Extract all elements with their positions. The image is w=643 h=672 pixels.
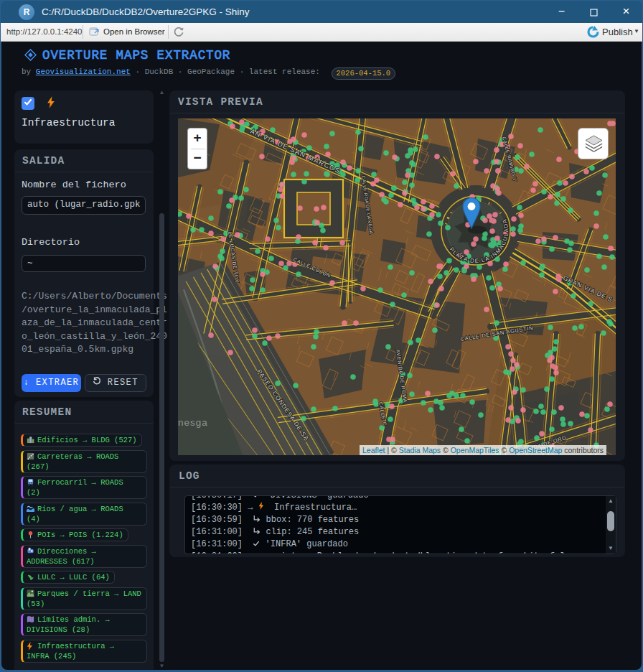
- svg-text:nesga: nesga: [178, 417, 208, 428]
